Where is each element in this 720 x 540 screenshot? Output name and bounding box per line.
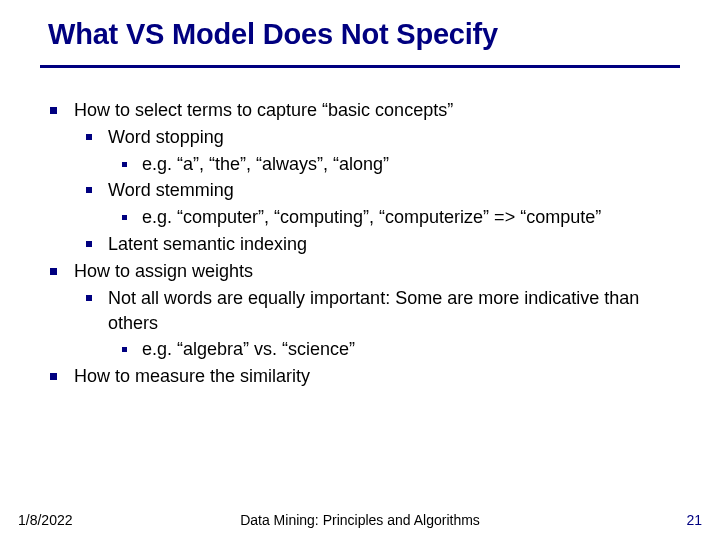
list-item: Not all words are equally important: Som… — [74, 286, 680, 362]
bullet-icon — [122, 215, 127, 220]
bullet-text: How to select terms to capture “basic co… — [74, 100, 453, 120]
list-item: How to measure the similarity — [40, 364, 680, 389]
slide-title: What VS Model Does Not Specify — [48, 18, 680, 51]
bullet-text: How to measure the similarity — [74, 366, 310, 386]
title-underline — [40, 65, 680, 68]
bullet-text: Word stemming — [108, 180, 234, 200]
footer-page-number: 21 — [686, 512, 702, 528]
bullet-text: e.g. “a”, “the”, “always”, “along” — [142, 154, 389, 174]
list-item: Word stopping e.g. “a”, “the”, “always”,… — [74, 125, 680, 177]
slide: What VS Model Does Not Specify How to se… — [0, 0, 720, 540]
bullet-icon — [86, 187, 92, 193]
bullet-text: Word stopping — [108, 127, 224, 147]
bullet-icon — [86, 295, 92, 301]
bullet-icon — [50, 268, 57, 275]
bullet-text: How to assign weights — [74, 261, 253, 281]
list-item: e.g. “algebra” vs. “science” — [108, 337, 680, 362]
list-item: Latent semantic indexing — [74, 232, 680, 257]
list-item: How to select terms to capture “basic co… — [40, 98, 680, 257]
list-item: e.g. “computer”, “computing”, “computeri… — [108, 205, 680, 230]
bullet-list: How to select terms to capture “basic co… — [40, 98, 680, 389]
slide-footer: 1/8/2022 Data Mining: Principles and Alg… — [0, 506, 720, 528]
bullet-icon — [86, 134, 92, 140]
footer-center: Data Mining: Principles and Algorithms — [0, 512, 720, 528]
bullet-text: Latent semantic indexing — [108, 234, 307, 254]
bullet-icon — [122, 162, 127, 167]
bullet-icon — [50, 107, 57, 114]
slide-content: How to select terms to capture “basic co… — [40, 98, 680, 389]
bullet-text: Not all words are equally important: Som… — [108, 288, 639, 333]
bullet-icon — [122, 347, 127, 352]
bullet-icon — [86, 241, 92, 247]
list-item: e.g. “a”, “the”, “always”, “along” — [108, 152, 680, 177]
bullet-text: e.g. “algebra” vs. “science” — [142, 339, 355, 359]
bullet-text: e.g. “computer”, “computing”, “computeri… — [142, 207, 601, 227]
bullet-icon — [50, 373, 57, 380]
list-item: How to assign weights Not all words are … — [40, 259, 680, 362]
list-item: Word stemming e.g. “computer”, “computin… — [74, 178, 680, 230]
